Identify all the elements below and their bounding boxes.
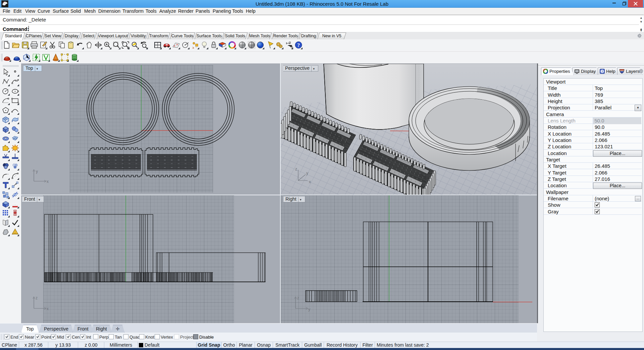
svg-text:z: z [36, 296, 38, 300]
svg-text:y: y [36, 169, 38, 174]
svg-text:y: y [306, 171, 308, 176]
svg-text:x: x [309, 180, 311, 184]
svg-text:?: ? [601, 70, 603, 73]
svg-text:x: x [47, 179, 49, 184]
svg-text:z: z [295, 167, 297, 171]
svg-text:z: z [297, 296, 299, 300]
svg-text:x: x [47, 306, 49, 311]
svg-text:y: y [308, 307, 310, 312]
svg-text:?: ? [297, 42, 300, 48]
